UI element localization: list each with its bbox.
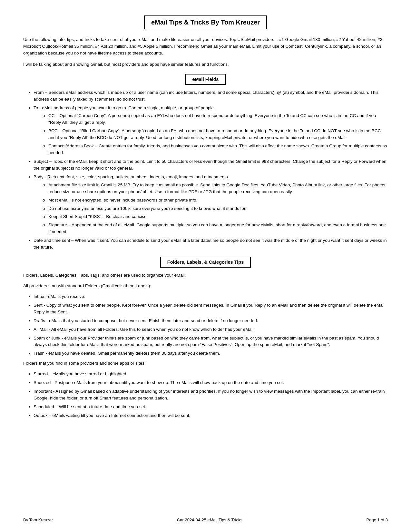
folders-intro1: Folders, Labels, Categories, Tabs, Tags,… — [23, 272, 388, 279]
standard-folders-list: Inbox - eMails you receive. Sent - Copy … — [34, 293, 388, 357]
to-subitems: CC – Optional "Carbon Copy". A person(s)… — [43, 113, 388, 156]
list-item-acronyms: Do not use acronyms unless you are 100% … — [43, 205, 388, 212]
email-fields-list: From – Senders eMail address which is ma… — [34, 89, 388, 251]
list-item-attachment: Attachment file size limit in Gmail is 2… — [43, 182, 388, 195]
list-item-cc: CC – Optional "Carbon Copy". A person(s)… — [43, 113, 388, 126]
list-item-subject: Subject – Topic of the eMail, keep it sh… — [34, 158, 388, 172]
footer-right: Page 1 of 3 — [367, 517, 388, 522]
list-item-allmail: All Mail - All eMail you have from all F… — [34, 326, 388, 333]
list-item-date-time: Date and time sent – When was it sent. Y… — [34, 237, 388, 251]
list-item-encrypted: Most eMail is not encrypted, so never in… — [43, 197, 388, 204]
footer: By Tom Kreuzer Car 2024-04-25 eMail Tips… — [23, 517, 388, 522]
list-item-drafts: Drafts - eMails that you started to comp… — [34, 318, 388, 324]
page: eMail Tips & Tricks By Tom Kreuzer Use t… — [0, 0, 411, 532]
footer-center: Car 2024-04-25 eMail Tips & Tricks — [177, 517, 242, 522]
folders-intro2: All providers start with standard Folder… — [23, 283, 388, 290]
list-item-bcc: BCC – Optional "Blind Carbon Copy". A pe… — [43, 128, 388, 141]
main-title: eMail Tips & Tricks By Tom Kreuzer — [144, 15, 267, 29]
additional-folders-list: Starred – eMails you have starred or hig… — [34, 371, 388, 419]
list-item-scheduled: Scheduled – Will be sent at a future dat… — [34, 404, 388, 410]
list-item-important: Important - Assigned by Gmail based on a… — [34, 388, 388, 402]
list-item-signature: Signature – Appended at the end of all e… — [43, 222, 388, 235]
list-item-snoozed: Snoozed - Postpone eMails from your inbo… — [34, 379, 388, 386]
intro-paragraph-2: I will be talking about and showing Gmai… — [23, 61, 388, 68]
list-item-spam: Spam or Junk - eMails your Provider thin… — [34, 335, 388, 349]
list-item-inbox: Inbox - eMails you receive. — [34, 293, 388, 300]
list-item-kiss: Keep it Short Stupid "KISS" – Be clear a… — [43, 213, 388, 220]
list-item-to: To - eMail address of people you want it… — [34, 105, 388, 156]
intro-paragraph-1: Use the following info, tips, and tricks… — [23, 36, 388, 57]
footer-left: By Tom Kreuzer — [23, 517, 53, 522]
list-item-sent: Sent - Copy of what you sent to other pe… — [34, 302, 388, 316]
additional-folders-intro: Folders that you find in some providers … — [23, 360, 388, 367]
section2-header: Folders, Labels, & Categories Tips — [160, 257, 251, 268]
list-item-body: Body - Rich text, font, size, color, spa… — [34, 174, 388, 235]
list-item-from: From – Senders eMail address which is ma… — [34, 89, 388, 103]
section1-header: eMail Fields — [185, 74, 226, 85]
list-item-trash: Trash - eMails you have deleted. Gmail p… — [34, 350, 388, 357]
list-item-outbox: Outbox – eMails waiting till you have an… — [34, 412, 388, 419]
body-subitems: Attachment file size limit in Gmail is 2… — [43, 182, 388, 235]
list-item-contacts: Contacts/Address Book – Create entries f… — [43, 143, 388, 156]
list-item-starred: Starred – eMails you have starred or hig… — [34, 371, 388, 378]
